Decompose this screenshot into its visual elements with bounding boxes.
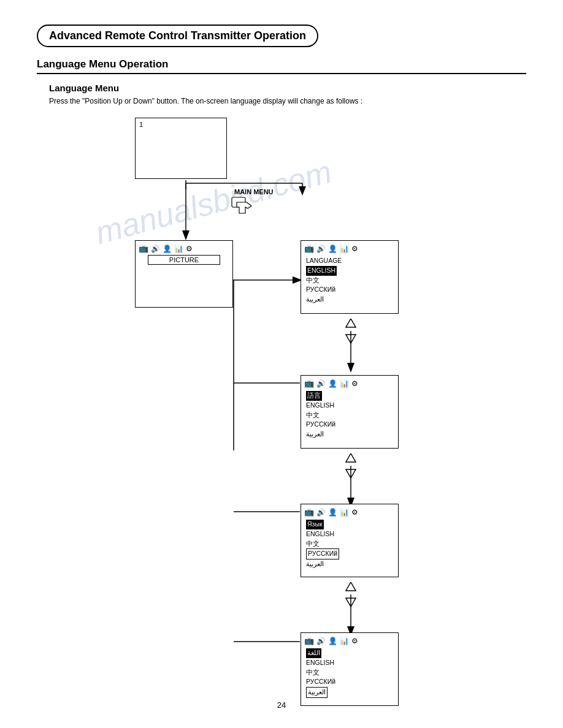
dot-icon-2: ⚙ [351, 379, 358, 388]
svg-marker-17 [346, 453, 356, 462]
dot-icon-1: ⚙ [351, 245, 358, 253]
cursor-icon [231, 196, 253, 214]
nav-arrows-1-2 [342, 319, 359, 374]
lang1-title: LANGUAGE [306, 256, 393, 266]
lang4-item4: العربية [306, 687, 393, 698]
picture-box: 📺 🔊 👤 📊 ⚙ PICTURE [135, 240, 233, 308]
bars-icon-3: 📊 [340, 508, 349, 517]
title-box: Advanced Remote Control Transmitter Oper… [37, 25, 318, 47]
person-icon: 👤 [163, 245, 172, 253]
lang2-item1: ENGLISH [306, 401, 393, 411]
main-menu-label: MAIN MENU [234, 188, 274, 195]
speaker-icon: 🔊 [151, 245, 160, 253]
lang4-item3: РУССКИй [306, 677, 393, 687]
lang2-item2: 中文 [306, 411, 393, 420]
dot-icon-4: ⚙ [351, 637, 358, 645]
speaker-icon-1: 🔊 [316, 245, 326, 253]
bars-icon-2: 📊 [340, 379, 349, 388]
nav-arrows-2-3 [342, 453, 359, 509]
svg-marker-11 [347, 363, 354, 373]
lang-box-3: 📺 🔊 👤 📊 ⚙ Язык ENGLISH 中文 РУССКИй العربي… [301, 504, 399, 577]
instruction-text: Press the "Position Up or Down" button. … [49, 97, 526, 105]
lang3-item3: РУССКИй [306, 548, 393, 559]
tv-icon: 📺 [139, 244, 148, 253]
picture-label: PICTURE [148, 255, 220, 265]
person-icon-2: 👤 [328, 379, 337, 388]
page: Advanced Remote Control Transmitter Oper… [0, 0, 563, 728]
lang3-item1: ENGLISH [306, 529, 393, 539]
bars-icon-4: 📊 [340, 637, 349, 645]
page-number: 24 [277, 700, 286, 710]
svg-marker-21 [346, 582, 356, 591]
lang1-item1: ENGLISH [306, 266, 393, 276]
tv-icon-3: 📺 [304, 507, 314, 517]
bars-icon-1: 📊 [340, 245, 349, 253]
tv-icon-4: 📺 [304, 636, 314, 645]
person-icon-3: 👤 [328, 508, 337, 517]
lang4-item2: 中文 [306, 668, 393, 678]
lang-box-1: 📺 🔊 👤 📊 ⚙ LANGUAGE ENGLISH 中文 РУССКИй ال… [301, 240, 399, 314]
svg-marker-5 [299, 186, 306, 195]
lang4-icons: 📺 🔊 👤 📊 ⚙ [301, 633, 398, 647]
lang-box-4: 📺 🔊 👤 📊 ⚙ اللغة ENGLISH 中文 РУССКИй العرب… [301, 632, 399, 706]
picture-icons: 📺 🔊 👤 📊 ⚙ [136, 241, 232, 255]
lang3-item4: العربية [306, 559, 393, 569]
speaker-icon-4: 🔊 [316, 637, 326, 645]
lang2-item3: РУССКИй [306, 420, 393, 430]
lang2-item4: العربية [306, 430, 393, 439]
person-icon-4: 👤 [328, 637, 337, 645]
dot-icon-3: ⚙ [351, 508, 358, 517]
section-title: Language Menu Operation [37, 58, 526, 74]
subsection-title: Language Menu [49, 83, 526, 93]
lang1-item3: РУССКИй [306, 285, 393, 295]
dot-icon: ⚙ [186, 245, 193, 253]
page-title: Advanced Remote Control Transmitter Oper… [49, 29, 306, 42]
lang2-icons: 📺 🔊 👤 📊 ⚙ [301, 376, 398, 390]
lang1-item2: 中文 [306, 276, 393, 286]
screen-number: 1 [139, 121, 143, 128]
person-icon-1: 👤 [328, 245, 337, 253]
lang1-icons: 📺 🔊 👤 📊 ⚙ [301, 241, 398, 255]
lang4-item1: ENGLISH [306, 658, 393, 668]
lang3-icons: 📺 🔊 👤 📊 ⚙ [301, 504, 398, 518]
svg-marker-9 [346, 319, 356, 327]
lang3-list: Язык ENGLISH 中文 РУССКИй العربية [301, 518, 398, 571]
lang3-title: Язык [306, 520, 393, 529]
nav-arrows-3-4 [342, 582, 359, 637]
speaker-icon-3: 🔊 [316, 508, 326, 517]
tv-icon-2: 📺 [304, 379, 314, 388]
diagram-area: 1 MAIN MENU 📺 [37, 118, 526, 669]
tv-icon-1: 📺 [304, 244, 314, 253]
lang2-title: 語言 [306, 391, 393, 401]
speaker-icon-2: 🔊 [316, 379, 326, 388]
lang1-list: LANGUAGE ENGLISH 中文 РУССКИй العربية [301, 255, 398, 306]
svg-marker-1 [182, 230, 190, 240]
lang2-list: 語言 ENGLISH 中文 РУССКИй العربية [301, 390, 398, 441]
lang3-item2: 中文 [306, 539, 393, 549]
lang4-title: اللغة [306, 648, 393, 658]
screen-top: 1 [135, 118, 227, 179]
lang1-item4: العربية [306, 295, 393, 305]
left-connector-lines [233, 274, 304, 703]
bars-icon: 📊 [174, 245, 183, 253]
lang-box-2: 📺 🔊 👤 📊 ⚙ 語言 ENGLISH 中文 РУССКИй العربية [301, 375, 399, 449]
lang4-list: اللغة ENGLISH 中文 РУССКИй العربية [301, 647, 398, 699]
